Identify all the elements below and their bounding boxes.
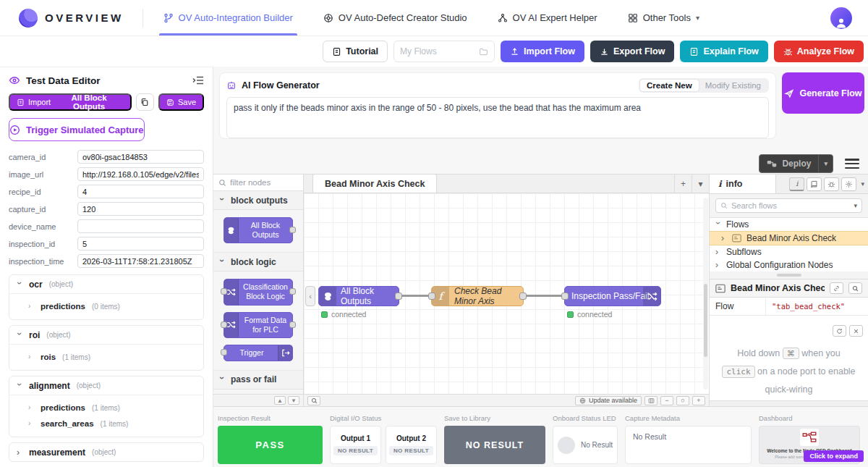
input-port[interactable] [561,293,569,300]
copy-link-button[interactable] [830,282,843,294]
zoom-in-button[interactable]: + [692,396,705,405]
copy-button[interactable] [136,93,154,111]
tab-auto-defect-creator-studio[interactable]: OV Auto-Defect Creator Studio [323,0,467,35]
output-port[interactable] [289,227,296,233]
mode-modify-existing[interactable]: Modify Existing [699,80,767,91]
tree-node-alignment-predictions[interactable]: › predictions (1 items) [9,400,203,416]
output-port[interactable] [395,293,402,300]
inspection-time-field[interactable] [77,254,204,268]
import-flow-button[interactable]: Import Flow [501,41,584,62]
tree-node-alignment[interactable]: › alignment (object) [9,376,203,395]
main-menu-button[interactable] [845,159,859,169]
tree-node-roi[interactable]: › roi (object) [9,326,203,344]
trigger-simulated-capture-button[interactable]: Trigger Simulated Capture [9,118,145,141]
my-flows-select[interactable] [393,41,495,62]
help-tab-button[interactable] [807,177,822,191]
tab-label: Other Tools [643,12,691,23]
palette-category-pass-or-fail[interactable]: › pass or fail [213,371,303,390]
input-port[interactable] [221,349,227,355]
canvas-vertical-scrollbar[interactable] [703,198,708,390]
tree-node-ocr[interactable]: › ocr (object) [9,275,203,293]
filter-nodes-input[interactable] [230,178,288,187]
inspection-id-field[interactable] [77,237,204,251]
export-flow-button[interactable]: Export Flow [590,41,675,62]
input-port[interactable] [428,293,435,300]
tree-node-flows[interactable]: › Flows [710,218,868,231]
sidebar-splitter[interactable] [710,272,868,279]
config-tab-button[interactable] [841,177,856,191]
canvas-node-inspection-pass-fail[interactable]: Inspection Pass/Fail [564,286,661,306]
analyze-flow-button[interactable]: Analyze Flow [774,41,864,62]
update-available-chip[interactable]: Update available [575,396,642,405]
chevron-down-icon: › [218,376,226,382]
palette-category-block-logic[interactable]: › block logic [213,253,303,272]
click-to-expand-button[interactable]: Click to expand [804,450,864,462]
close-tip-button[interactable] [849,325,863,337]
output-port[interactable] [289,288,296,295]
generate-flow-button[interactable]: Generate Flow [782,72,864,114]
canvas-node-all-block-outputs[interactable]: All Block Outputs [318,286,399,306]
trigger-label: Trigger Simulated Capture [26,125,144,135]
tree-node-bead-minor-axis-check[interactable]: › Bead Minor Axis Check [710,231,868,245]
flow-tab-bead-minor-axis-check[interactable]: Bead Minor Axis Check [312,174,437,193]
palette-category-block-outputs[interactable]: › block outputs [213,191,303,210]
dashboard-preview-card[interactable]: Welcome to the Node-RED Dashboard Please… [759,426,860,464]
add-flow-button[interactable]: + [674,174,692,193]
save-button[interactable]: Save [158,93,204,111]
explain-flow-button[interactable]: Explain Flow [680,41,767,62]
tab-ai-expert-helper[interactable]: OV AI Expert Helper [498,0,597,35]
tree-node-search-areas[interactable]: › search_areas (1 items) [9,416,203,432]
form-row: recipe_id [9,185,204,198]
tree-node-rois[interactable]: › rois (1 items) [9,349,203,365]
import-block-outputs-button[interactable]: Import All Block Outputs [9,93,132,111]
palette-node-all-block-outputs[interactable]: All Block Outputs [224,217,293,243]
navigator-button[interactable] [644,396,658,405]
my-flows-input[interactable] [400,46,475,56]
input-port[interactable] [221,321,227,328]
output-port[interactable] [519,293,527,300]
tab-auto-integration-builder[interactable]: OV Auto-Integration Builder [163,0,293,35]
ai-prompt-textarea[interactable]: pass it only if the beads minor axis in … [226,97,769,138]
search-flows-box[interactable]: ▾ [715,198,862,213]
tutorial-button[interactable]: Tutorial [323,41,388,62]
refresh-tip-button[interactable] [833,325,846,337]
tab-info[interactable]: i info [710,174,776,193]
zoom-out-button[interactable]: − [660,396,673,405]
search-in-flow-button[interactable] [848,282,862,294]
capture-id-field[interactable] [77,202,204,216]
chevron-right-icon: › [28,353,34,361]
flow-list-caret[interactable]: ▾ [692,174,709,193]
panel-collapse-handle[interactable]: ‹ [305,286,315,306]
canvas-node-check-bead-minor-axis[interactable]: f Check Bead Minor Axis [431,286,524,306]
divider [142,9,143,28]
zoom-reset-button[interactable]: ○ [676,396,689,405]
tree-node-ocr-predictions[interactable]: › predictions (0 items) [9,298,203,314]
palette-node-format-data-for-plc[interactable]: Format Data for PLC [224,312,293,338]
mode-create-new[interactable]: Create New [640,80,699,91]
expand-all-categories-button[interactable]: ▼ [288,396,299,405]
tree-node-measurement[interactable]: › measurement (object) [9,443,203,461]
search-flows-input[interactable] [731,201,850,210]
tab-other-tools[interactable]: Other Tools ▾ [628,0,699,35]
deploy-button[interactable]: Deploy ▾ [759,154,833,173]
deploy-options-caret[interactable]: ▾ [818,155,833,172]
palette-filter[interactable] [213,174,303,191]
device-name-field[interactable] [77,219,204,233]
output-port[interactable] [289,321,296,328]
camera-id-field[interactable] [77,150,204,164]
flow-canvas[interactable]: ‹ All Block Outputs connected f Check [304,193,709,394]
recipe-id-field[interactable] [77,185,204,198]
input-port[interactable] [221,288,227,295]
palette-node-trigger[interactable]: Trigger [224,345,293,361]
palette-node-classification-block-logic[interactable]: Classification Block Logic [224,279,293,305]
image-url-field[interactable] [77,167,204,181]
collapse-panel-icon[interactable] [192,75,204,86]
debug-tab-button[interactable] [824,177,839,191]
search-flows-button[interactable] [307,396,320,405]
tree-node-global-config[interactable]: › Global Configuration Nodes [710,258,868,272]
collapse-all-categories-button[interactable]: ▲ [274,396,286,405]
info-tab-button[interactable]: i [789,177,804,191]
tree-node-subflows[interactable]: › Subflows [710,245,868,258]
user-avatar[interactable] [830,7,852,29]
sidebar-tabs-caret[interactable]: ▾ [861,180,864,188]
